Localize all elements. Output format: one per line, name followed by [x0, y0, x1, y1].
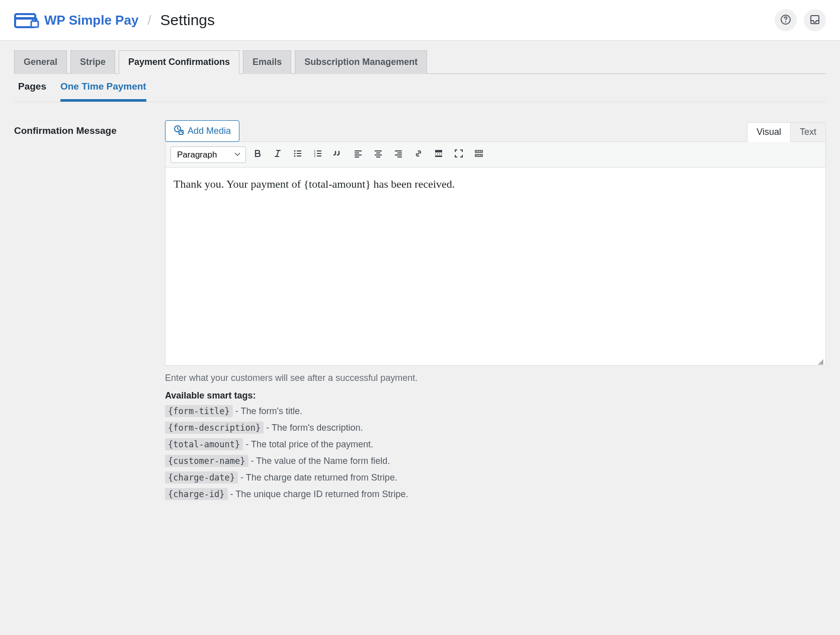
italic-icon	[273, 148, 283, 161]
rich-text-editor: Paragraph 123 Thank you. Your payment of	[165, 141, 826, 366]
smart-tag-form-description: {form-description} - The form's descript…	[165, 423, 826, 433]
brand-logo[interactable]: WP Simple Pay	[14, 11, 138, 29]
align-right-button[interactable]	[390, 146, 407, 163]
page-title: Settings	[160, 12, 215, 29]
tag-code: {form-title}	[165, 405, 233, 417]
read-more-icon	[434, 148, 444, 161]
svg-rect-15	[435, 155, 442, 157]
confirmation-message-row: Confirmation Message Add Media Visual Te…	[14, 120, 826, 506]
smart-tag-charge-date: {charge-date} - The charge date returned…	[165, 472, 826, 483]
insert-read-more-button[interactable]	[430, 146, 447, 163]
editor-tab-visual[interactable]: Visual	[747, 122, 791, 142]
smart-tag-charge-id: {charge-id} - The unique charge ID retur…	[165, 489, 826, 500]
subtab-pages[interactable]: Pages	[18, 81, 46, 102]
toolbar-toggle-button[interactable]	[470, 146, 487, 163]
align-left-icon	[353, 148, 363, 161]
bold-icon	[253, 148, 263, 161]
align-center-icon	[373, 148, 383, 161]
subtab-one-time-payment[interactable]: One Time Payment	[60, 81, 146, 102]
smart-tag-form-title: {form-title} - The form's title.	[165, 406, 826, 417]
tag-code: {charge-date}	[165, 471, 238, 484]
tab-subscription-management[interactable]: Subscription Management	[295, 50, 427, 74]
tab-general[interactable]: General	[14, 50, 67, 74]
tag-desc: - The charge date returned from Stripe.	[238, 472, 397, 483]
numbered-list-icon: 123	[313, 148, 323, 161]
fullscreen-button[interactable]	[450, 146, 467, 163]
inbox-button[interactable]	[804, 9, 826, 31]
header-left: WP Simple Pay / Settings	[14, 11, 215, 29]
card-lock-icon	[14, 11, 39, 29]
confirmation-message-content: Add Media Visual Text Paragraph 123	[165, 120, 826, 506]
tag-desc: - The unique charge ID returned from Str…	[228, 489, 408, 499]
bullet-list-button[interactable]	[289, 146, 306, 163]
media-icon	[174, 125, 184, 137]
smart-tags-heading: Available smart tags:	[165, 390, 826, 401]
smart-tag-customer-name: {customer-name} - The value of the Name …	[165, 456, 826, 466]
smart-tag-total-amount: {total-amount} - The total price of the …	[165, 439, 826, 450]
blockquote-button[interactable]	[329, 146, 347, 163]
tag-code: {customer-name}	[165, 455, 248, 467]
confirmation-message-label: Confirmation Message	[14, 120, 145, 136]
resize-handle[interactable]: ◢	[165, 359, 825, 365]
svg-text:3: 3	[314, 154, 316, 157]
editor-mode-tabs: Visual Text	[747, 122, 826, 142]
tag-desc: - The total price of the payment.	[243, 439, 373, 449]
svg-rect-2	[31, 21, 38, 27]
help-button[interactable]	[775, 9, 797, 31]
quote-icon	[333, 148, 343, 161]
link-button[interactable]	[410, 146, 427, 163]
inbox-icon	[809, 14, 820, 27]
kitchen-sink-icon	[474, 148, 484, 161]
svg-rect-14	[435, 150, 442, 152]
header-actions	[775, 9, 826, 31]
add-media-label: Add Media	[188, 126, 231, 136]
help-icon	[780, 14, 792, 27]
main-tabs: General Stripe Payment Confirmations Ema…	[14, 50, 826, 74]
bullet-list-icon	[293, 148, 303, 161]
tag-code: {charge-id}	[165, 488, 228, 500]
tab-stripe[interactable]: Stripe	[70, 50, 115, 74]
add-media-button[interactable]: Add Media	[165, 120, 239, 142]
italic-button[interactable]	[269, 146, 286, 163]
format-select[interactable]: Paragraph	[171, 146, 246, 163]
align-center-button[interactable]	[370, 146, 387, 163]
tag-code: {form-description}	[165, 422, 264, 434]
svg-point-9	[294, 152, 296, 154]
tab-payment-confirmations[interactable]: Payment Confirmations	[119, 50, 239, 74]
page-header: WP Simple Pay / Settings	[0, 0, 840, 41]
brand-name: WP Simple Pay	[44, 13, 138, 28]
tag-desc: - The value of the Name form field.	[248, 456, 390, 466]
link-icon	[413, 148, 424, 161]
editor-toolbar: Paragraph 123	[165, 142, 825, 168]
tag-desc: - The form's title.	[233, 406, 302, 416]
tag-desc: - The form's description.	[264, 423, 363, 433]
content-area: General Stripe Payment Confirmations Ema…	[0, 41, 840, 526]
editor-tab-text[interactable]: Text	[791, 122, 826, 142]
tag-code: {total-amount}	[165, 438, 243, 450]
numbered-list-button[interactable]: 123	[309, 146, 326, 163]
bold-button[interactable]	[249, 146, 266, 163]
svg-point-8	[294, 150, 296, 151]
sub-tabs: Pages One Time Payment	[14, 74, 826, 102]
tab-emails[interactable]: Emails	[243, 50, 291, 74]
fullscreen-icon	[454, 148, 464, 161]
smart-tags-list: {form-title} - The form's title. {form-d…	[165, 406, 826, 500]
breadcrumb-separator: /	[147, 13, 151, 28]
editor-content[interactable]: Thank you. Your payment of {total-amount…	[165, 168, 825, 359]
align-left-button[interactable]	[350, 146, 367, 163]
svg-point-4	[785, 21, 786, 22]
help-text: Enter what your customers will see after…	[165, 373, 826, 383]
align-right-icon	[393, 148, 403, 161]
svg-point-10	[294, 155, 296, 156]
